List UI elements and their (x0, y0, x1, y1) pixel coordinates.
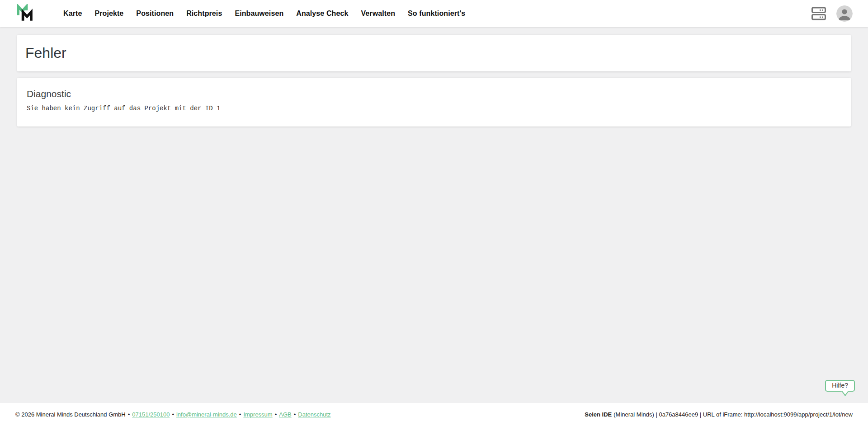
server-icon[interactable] (811, 6, 826, 21)
page-title: Fehler (25, 45, 66, 61)
main-content: Fehler Diagnostic Sie haben kein Zugriff… (0, 27, 868, 403)
error-card: Fehler (17, 35, 851, 71)
footer-separator: • (128, 411, 130, 418)
footer: © 2026 Mineral Minds Deutschland GmbH • … (0, 403, 868, 426)
nav-item-projekte[interactable]: Projekte (88, 9, 130, 18)
footer-copyright: © 2026 Mineral Minds Deutschland GmbH (15, 411, 126, 418)
footer-link-impressum[interactable]: Impressum (243, 411, 272, 418)
footer-link-datenschutz[interactable]: Datenschutz (298, 411, 330, 418)
footer-separator: • (275, 411, 277, 418)
footer-separator: • (172, 411, 174, 418)
footer-app-name: Selen IDE (585, 411, 612, 418)
footer-separator: • (239, 411, 241, 418)
diagnostic-card: Diagnostic Sie haben kein Zugriff auf da… (17, 78, 851, 126)
diagnostic-message: Sie haben kein Zugriff auf das Projekt m… (27, 105, 841, 112)
help-button[interactable]: Hilfe? (825, 380, 855, 392)
footer-link-phone[interactable]: 07151/250100 (132, 411, 170, 418)
nav-item-karte[interactable]: Karte (57, 9, 88, 18)
footer-debug-info: Selen IDE (Mineral Minds) | 0a76a8446ee9… (585, 411, 853, 418)
diagnostic-title: Diagnostic (27, 89, 841, 99)
user-avatar-icon[interactable] (836, 5, 853, 22)
footer-separator: • (294, 411, 296, 418)
nav-item-so-funktionierts[interactable]: So funktioniert's (401, 9, 472, 18)
footer-link-email[interactable]: info@mineral-minds.de (176, 411, 237, 418)
nav-item-positionen[interactable]: Positionen (130, 9, 180, 18)
footer-link-agb[interactable]: AGB (279, 411, 291, 418)
footer-iframe-url: (Mineral Minds) | 0a76a8446ee9 | URL of … (613, 411, 853, 418)
nav-item-einbauweisen[interactable]: Einbauweisen (228, 9, 290, 18)
footer-left: © 2026 Mineral Minds Deutschland GmbH • … (15, 411, 331, 418)
main-nav: Karte Projekte Positionen Richtpreis Ein… (57, 9, 472, 18)
nav-item-verwalten[interactable]: Verwalten (354, 9, 401, 18)
nav-item-richtpreis[interactable]: Richtpreis (180, 9, 228, 18)
header-actions (811, 5, 853, 22)
nav-item-analyse-check[interactable]: Analyse Check (290, 9, 354, 18)
top-navigation-bar: Karte Projekte Positionen Richtpreis Ein… (0, 0, 868, 27)
mineral-minds-logo[interactable] (15, 4, 34, 23)
